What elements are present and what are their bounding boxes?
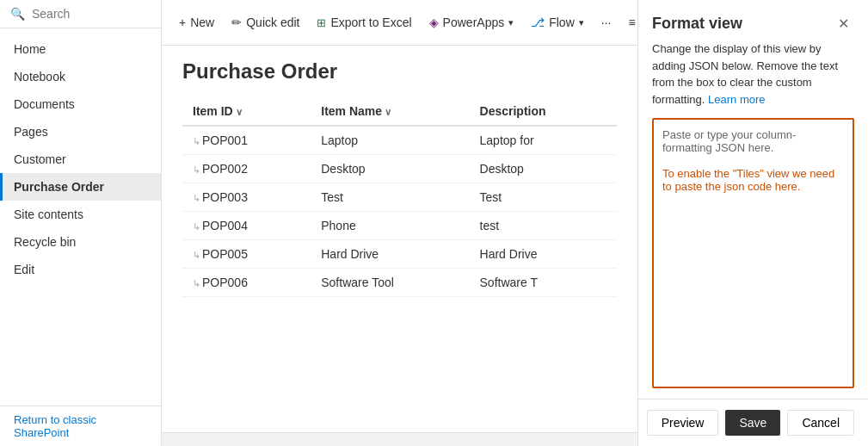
return-to-classic[interactable]: Return to classic SharePoint [0,406,161,446]
sidebar-item-edit[interactable]: Edit [0,256,161,283]
textarea-hint: Paste or type your column-formatting JSO… [662,128,796,154]
cell-item-name: Test [311,183,469,212]
cell-item-name: Laptop [311,126,469,155]
table-row[interactable]: ↳POP001 Laptop Laptop for [182,126,617,155]
panel-title: Format view [652,15,742,33]
sidebar-item-customer[interactable]: Customer [0,146,161,173]
powerapps-icon: ◈ [429,15,439,29]
search-input[interactable] [32,7,151,21]
powerapps-button[interactable]: ◈ PowerApps ▾ [422,11,521,34]
table-row[interactable]: ↳POP004 Phone test [182,212,617,240]
cancel-button[interactable]: Cancel [787,410,854,436]
table-header: Item ID∨Item Name∨Description [182,97,617,126]
sidebar-item-pages[interactable]: Pages [0,118,161,146]
preview-button[interactable]: Preview [647,410,719,436]
list-area: Purchase Order Item ID∨Item Name∨Descrip… [162,46,637,432]
list-table: Item ID∨Item Name∨Description ↳POP001 La… [182,97,617,297]
sidebar-item-purchase-order[interactable]: Purchase Order [0,173,161,201]
row-arrow-icon: ↳ [193,193,200,203]
save-button[interactable]: Save [725,410,780,436]
cell-description: Laptop for [470,126,617,155]
row-arrow-icon: ↳ [193,136,200,146]
panel-footer: Preview Save Cancel [638,399,868,446]
horizontal-lines-icon: ≡ [628,15,635,29]
search-icon: 🔍 [10,7,25,21]
cell-item-id: ↳POP004 [182,212,311,240]
col-header-item-id[interactable]: Item ID∨ [182,97,311,126]
panel-close-button[interactable]: ✕ [833,14,854,34]
row-arrow-icon: ↳ [193,250,200,260]
textarea-warning: To enable the "Tiles" view we need to pa… [662,167,834,193]
flow-chevron-icon: ▾ [579,17,584,28]
table-header-row: Item ID∨Item Name∨Description [182,97,617,126]
cell-description: Hard Drive [470,240,617,269]
quick-edit-button[interactable]: ✏ Quick edit [225,11,306,34]
cell-description: test [470,212,617,240]
cell-item-id: ↳POP006 [182,269,311,297]
cell-item-name: Software Tool [311,269,469,297]
cell-item-id: ↳POP003 [182,183,311,212]
export-label: Export to Excel [330,15,411,29]
row-arrow-icon: ↳ [193,221,200,232]
flow-label: Flow [549,15,575,29]
toolbar: + New ✏ Quick edit ⊞ Export to Excel ◈ P… [162,0,637,46]
cell-description: Desktop [470,155,617,183]
quick-edit-label: Quick edit [246,15,299,29]
more-icon: ··· [601,15,612,29]
table-row[interactable]: ↳POP002 Desktop Desktop [182,155,617,183]
sidebar-item-documents[interactable]: Documents [0,90,161,118]
toolbar-right: ≡ All Items ▾ ▽ i [621,5,637,40]
table-row[interactable]: ↳POP005 Hard Drive Hard Drive [182,240,617,269]
sidebar: 🔍 HomeNotebookDocumentsPagesCustomerPurc… [0,0,162,446]
cell-item-id: ↳POP001 [182,126,311,155]
row-arrow-icon: ↳ [193,164,200,175]
sidebar-item-site-contents[interactable]: Site contents [0,201,161,228]
powerapps-chevron-icon: ▾ [508,17,514,28]
col-header-item-name[interactable]: Item Name∨ [311,97,469,126]
table-row[interactable]: ↳POP006 Software Tool Software T [182,269,617,297]
main-content: + New ✏ Quick edit ⊞ Export to Excel ◈ P… [162,0,637,446]
new-label: New [190,15,214,29]
cell-item-name: Hard Drive [311,240,469,269]
cell-description: Test [470,183,617,212]
export-button[interactable]: ⊞ Export to Excel [310,11,418,34]
table-row[interactable]: ↳POP003 Test Test [182,183,617,212]
all-items-button[interactable]: ≡ All Items ▾ [621,5,637,40]
col-header-description[interactable]: Description [470,97,617,126]
format-textarea[interactable]: Paste or type your column-formatting JSO… [652,118,854,388]
sort-icon: ∨ [385,107,391,117]
cell-item-id: ↳POP002 [182,155,311,183]
flow-button[interactable]: ⎇ Flow ▾ [524,11,591,34]
list-title: Purchase Order [182,59,617,84]
powerapps-label: PowerApps [443,15,505,29]
nav-list: HomeNotebookDocumentsPagesCustomerPurcha… [0,28,161,406]
more-button[interactable]: ··· [594,11,619,34]
cell-item-name: Phone [311,212,469,240]
quick-edit-icon: ✏ [231,15,242,29]
flow-icon: ⎇ [531,15,545,29]
cell-item-id: ↳POP005 [182,240,311,269]
export-icon: ⊞ [317,16,326,29]
format-panel-header: Format view ✕ [638,0,868,40]
sort-icon: ∨ [236,107,243,117]
row-arrow-icon: ↳ [193,278,200,288]
sidebar-item-recycle-bin[interactable]: Recycle bin [0,228,161,256]
sidebar-item-notebook[interactable]: Notebook [0,63,161,90]
cell-item-name: Desktop [311,155,469,183]
search-box[interactable]: 🔍 [0,0,161,28]
table-body: ↳POP001 Laptop Laptop for ↳POP002 Deskto… [182,126,617,297]
format-panel: Format view ✕ Change the display of this… [637,0,868,446]
panel-textarea-wrapper: Paste or type your column-formatting JSO… [638,118,868,399]
cell-description: Software T [470,269,617,297]
new-button[interactable]: + New [172,11,221,34]
panel-description: Change the display of this view by addin… [638,40,868,118]
new-icon: + [179,15,186,29]
sidebar-item-home[interactable]: Home [0,35,161,63]
learn-more-link[interactable]: Learn more [708,93,765,106]
horizontal-scrollbar[interactable] [162,432,637,446]
